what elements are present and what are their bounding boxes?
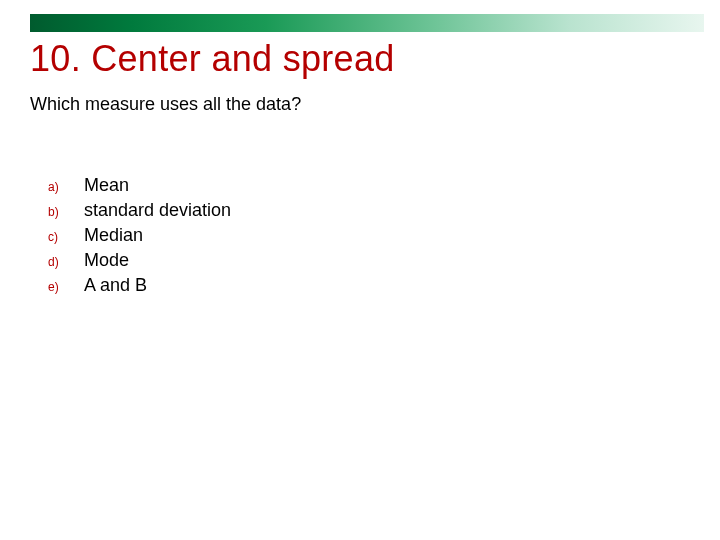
header-accent-bar	[30, 14, 704, 32]
option-letter: a)	[48, 180, 84, 194]
option-e: e) A and B	[48, 275, 231, 296]
options-list: a) Mean b) standard deviation c) Median …	[48, 175, 231, 300]
option-text: Mode	[84, 250, 129, 271]
option-text: Median	[84, 225, 143, 246]
option-text: standard deviation	[84, 200, 231, 221]
option-c: c) Median	[48, 225, 231, 246]
option-letter: e)	[48, 280, 84, 294]
option-text: Mean	[84, 175, 129, 196]
option-letter: d)	[48, 255, 84, 269]
option-text: A and B	[84, 275, 147, 296]
question-text: Which measure uses all the data?	[30, 94, 301, 115]
option-b: b) standard deviation	[48, 200, 231, 221]
option-letter: b)	[48, 205, 84, 219]
slide-title: 10. Center and spread	[30, 38, 395, 80]
option-d: d) Mode	[48, 250, 231, 271]
option-letter: c)	[48, 230, 84, 244]
option-a: a) Mean	[48, 175, 231, 196]
